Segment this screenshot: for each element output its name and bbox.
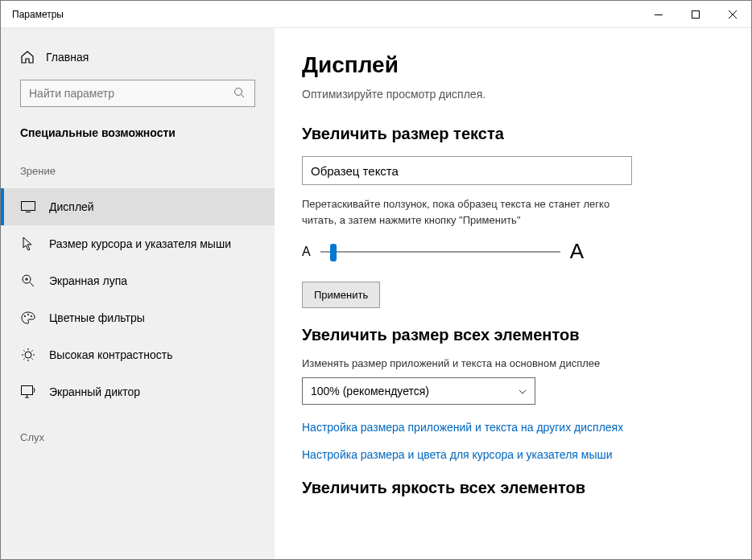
palette-icon [20,310,36,326]
sidebar-item-display[interactable]: Дисплей [1,188,275,225]
minimize-button[interactable] [640,1,677,28]
sidebar-category: Специальные возможности [1,121,275,159]
sidebar-item-label: Дисплей [49,200,94,213]
sidebar-item-narrator[interactable]: Экранный диктор [1,373,275,410]
search-box[interactable] [20,80,255,107]
window-title: Параметры [12,9,64,20]
close-icon [729,10,737,19]
home-icon [20,50,35,64]
sidebar-home-label: Главная [46,51,89,64]
scale-dropdown[interactable]: 100% (рекомендуется) [302,377,535,405]
svg-rect-9 [22,386,33,395]
link-other-displays[interactable]: Настройка размера приложений и текста на… [302,421,719,434]
minimize-icon [655,14,663,15]
section-brightness-heading: Увеличить яркость всех элементов [302,479,719,497]
display-icon [20,199,36,215]
svg-rect-3 [22,202,35,211]
svg-point-6 [27,314,29,315]
scale-dropdown-label: Изменять размер приложений и текста на о… [302,357,719,369]
window-controls [640,1,751,27]
sample-text-box: Образец текста [302,156,632,185]
page-subtitle: Оптимизируйте просмотр дисплея. [302,88,719,101]
sample-text: Образец текста [311,164,399,178]
chevron-down-icon [519,387,527,396]
scale-dropdown-value: 100% (рекомендуется) [311,385,429,397]
window-body: Главная Специальные возможности Зрение Д… [1,28,751,559]
section-scale-heading: Увеличить размер всех элементов [302,326,719,344]
maximize-icon [692,10,700,19]
text-size-instruction: Перетаскивайте ползунок, пока образец те… [302,196,640,228]
svg-point-7 [31,315,32,317]
sidebar-item-label: Высокая контрастность [49,348,172,361]
narrator-icon [20,384,36,400]
sidebar-group-hearing: Слух [1,425,275,455]
cursor-icon [20,236,36,252]
sidebar: Главная Специальные возможности Зрение Д… [1,28,275,559]
maximize-button[interactable] [677,1,714,28]
sidebar-home[interactable]: Главная [1,43,275,72]
svg-rect-0 [655,14,663,15]
sidebar-group-vision: Зрение [1,159,275,188]
svg-point-2 [235,89,242,96]
apply-button[interactable]: Применить [302,282,380,308]
sidebar-item-magnifier[interactable]: Экранная лупа [1,262,275,299]
search-icon [233,87,246,100]
svg-point-5 [24,315,26,317]
sidebar-item-label: Цветные фильтры [49,311,145,324]
magnifier-icon [20,273,36,289]
page-title: Дисплей [302,52,719,78]
sidebar-item-highcontrast[interactable]: Высокая контрастность [1,336,275,373]
settings-window: Параметры Главная [0,0,752,560]
search-input[interactable] [29,87,233,100]
section-text-size-heading: Увеличить размер текста [302,125,719,143]
sidebar-item-colorfilters[interactable]: Цветные фильтры [1,299,275,336]
slider-label-large: A [570,239,584,264]
text-size-slider-row: A A [302,239,584,264]
sidebar-item-label: Экранная лупа [49,274,127,287]
slider-label-small: A [302,245,311,259]
titlebar: Параметры [1,1,751,28]
svg-point-8 [25,352,31,358]
close-button[interactable] [714,1,751,28]
text-size-slider[interactable] [320,251,560,253]
svg-rect-1 [692,11,700,19]
contrast-icon [20,347,36,363]
slider-thumb[interactable] [330,244,337,261]
sidebar-item-label: Экранный диктор [49,385,140,398]
main-content: Дисплей Оптимизируйте просмотр дисплея. … [275,28,751,559]
sidebar-item-label: Размер курсора и указателя мыши [49,237,231,250]
link-cursor-settings[interactable]: Настройка размера и цвета для курсора и … [302,448,719,461]
sidebar-item-cursor[interactable]: Размер курсора и указателя мыши [1,225,275,262]
